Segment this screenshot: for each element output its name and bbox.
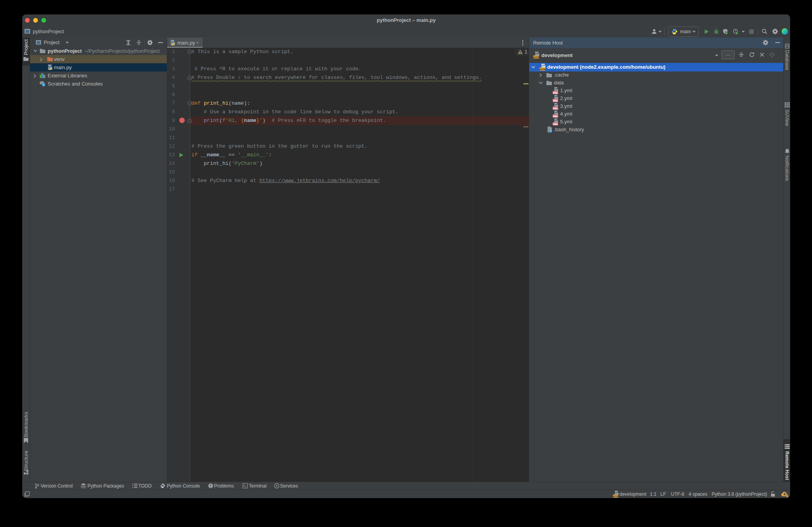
svg-text:YML: YML xyxy=(553,99,558,102)
svg-text:?: ? xyxy=(550,130,551,132)
svg-text:YML: YML xyxy=(553,123,558,125)
svg-text:YML: YML xyxy=(553,115,558,118)
svg-text:YML: YML xyxy=(553,107,558,110)
svg-text:SFTP: SFTP xyxy=(533,56,539,59)
svg-text:SFTP: SFTP xyxy=(612,495,618,498)
svg-text:SFTP: SFTP xyxy=(539,68,546,71)
svg-text:YML: YML xyxy=(553,91,558,94)
